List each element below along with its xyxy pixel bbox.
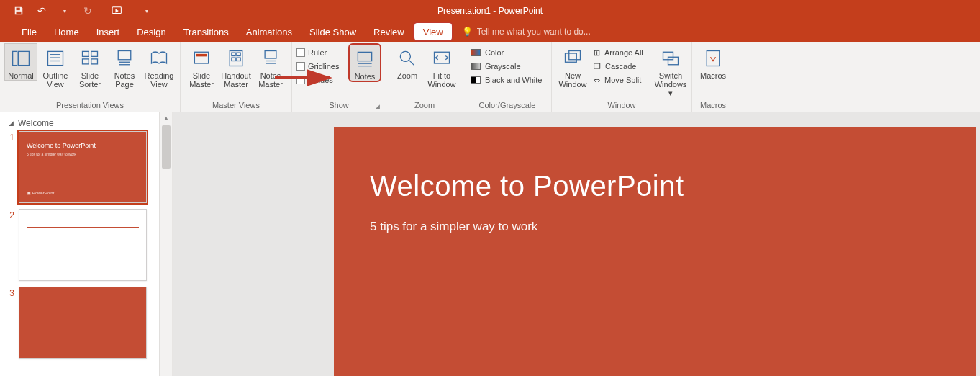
new-window-button[interactable]: New Window (556, 43, 589, 89)
notes-page-button[interactable]: Notes Page (108, 43, 141, 89)
new-window-label: New Window (557, 71, 589, 89)
thumb-subtitle: 5 tips for a simpler way to work (27, 152, 139, 156)
arrange-all-label: Arrange All (604, 48, 643, 57)
slide-master-button[interactable]: Slide Master (185, 43, 218, 89)
tab-insert[interactable]: Insert (88, 22, 129, 42)
section-collapse-icon: ◢ (9, 120, 14, 127)
ribbon-tabs: File Home Insert Design Transitions Anim… (0, 22, 980, 42)
svg-rect-13 (118, 51, 131, 60)
notes-master-label: Notes Master (255, 71, 286, 89)
current-slide[interactable]: Welcome to PowerPoint 5 tips for a simpl… (334, 127, 976, 376)
guides-checkbox[interactable]: Guides (296, 73, 347, 86)
tell-me-search[interactable]: 💡 Tell me what you want to do... (453, 22, 591, 42)
cascade-button[interactable]: ❐Cascade (591, 60, 653, 73)
macros-icon (702, 47, 725, 70)
undo-icon[interactable]: ↶ (33, 2, 50, 19)
workspace: ◢ Welcome 1 Welcome to PowerPoint 5 tips… (0, 112, 980, 376)
color-label: Color (485, 48, 504, 57)
group-show: Ruler Gridlines Guides Notes Show ◢ (292, 42, 386, 112)
slide-thumbnail-3[interactable] (19, 287, 147, 359)
switch-windows-button[interactable]: Switch Windows ▾ (654, 43, 687, 98)
tab-animations[interactable]: Animations (237, 22, 301, 42)
slide-number: 2 (6, 209, 14, 281)
outline-view-label: Outline View (40, 71, 71, 89)
group-color-grayscale: Color Grayscale Black and White Color/Gr… (463, 42, 552, 112)
grayscale-button[interactable]: Grayscale (468, 60, 547, 73)
color-button[interactable]: Color (468, 46, 547, 59)
redo-icon[interactable]: ↻ (79, 2, 96, 19)
group-label-presentation-views: Presentation Views (4, 99, 176, 112)
tab-file[interactable]: File (13, 22, 45, 42)
quick-access-toolbar: ↶ ▾ ↻ ▾ (0, 2, 155, 19)
section-name: Welcome (18, 118, 54, 128)
slide-thumbnail-2[interactable] (19, 209, 147, 281)
group-label-zoom: Zoom (391, 99, 458, 112)
group-label-window: Window (556, 99, 687, 112)
tab-review[interactable]: Review (365, 22, 413, 42)
thumbnail-scrollbar[interactable]: ▲ (160, 112, 173, 376)
reading-view-button[interactable]: Reading View (142, 43, 176, 89)
svg-rect-23 (265, 51, 276, 59)
svg-rect-16 (194, 52, 208, 63)
dialog-launcher-icon[interactable]: ◢ (375, 103, 380, 110)
qat-dropdown-icon[interactable]: ▾ (56, 2, 73, 19)
svg-rect-9 (83, 51, 89, 56)
handout-master-button[interactable]: Handout Master (219, 43, 253, 89)
start-from-beginning-icon[interactable] (109, 2, 127, 19)
bw-label: Black and White (485, 76, 542, 84)
tell-me-placeholder: Tell me what you want to do... (477, 27, 591, 37)
fit-to-window-icon (430, 47, 453, 70)
svg-rect-5 (48, 51, 63, 65)
zoom-label: Zoom (397, 71, 417, 80)
slide-subtitle[interactable]: 5 tips for a simpler way to work (370, 220, 940, 234)
fit-to-window-button[interactable]: Fit to Window (425, 43, 458, 89)
notes-master-button[interactable]: Notes Master (254, 43, 287, 89)
group-label-macros: Macros (697, 99, 730, 112)
normal-view-label: Normal (8, 71, 33, 80)
scroll-up-icon[interactable]: ▲ (160, 112, 172, 124)
macros-button[interactable]: Macros (697, 43, 730, 81)
slide-thumbnail-1[interactable]: Welcome to PowerPoint 5 tips for a simpl… (19, 131, 147, 203)
move-split-button[interactable]: ⇔Move Split (591, 73, 653, 86)
svg-rect-20 (237, 53, 240, 55)
slide-thumbnail-panel: ◢ Welcome 1 Welcome to PowerPoint 5 tips… (0, 112, 160, 376)
new-window-icon (561, 47, 584, 70)
svg-rect-26 (358, 52, 371, 61)
notes-page-label: Notes Page (109, 71, 140, 89)
outline-view-button[interactable]: Outline View (39, 43, 72, 89)
svg-rect-19 (232, 53, 235, 55)
tab-slideshow[interactable]: Slide Show (301, 22, 365, 42)
ruler-checkbox[interactable]: Ruler (296, 46, 347, 59)
slide-sorter-label: Slide Sorter (74, 71, 106, 89)
tab-home[interactable]: Home (45, 22, 88, 42)
move-split-label: Move Split (604, 76, 641, 84)
arrange-all-icon: ⊞ (594, 48, 600, 58)
reading-view-label: Reading View (143, 71, 175, 89)
slide-master-icon (190, 47, 213, 70)
customize-qat-icon[interactable]: ▾ (138, 2, 155, 19)
slide-title[interactable]: Welcome to PowerPoint (370, 170, 940, 202)
section-header[interactable]: ◢ Welcome (6, 114, 153, 131)
group-master-views: Slide Master Handout Master Notes Master… (181, 42, 292, 112)
slide-editor[interactable]: Welcome to PowerPoint 5 tips for a simpl… (173, 112, 980, 376)
tab-design[interactable]: Design (128, 22, 174, 42)
checkbox-icon (296, 76, 305, 84)
fit-to-window-label: Fit to Window (426, 71, 458, 89)
zoom-button[interactable]: Zoom (391, 43, 424, 81)
group-label-master-views: Master Views (185, 99, 287, 112)
notes-button[interactable]: Notes (348, 43, 381, 82)
tab-view[interactable]: View (413, 22, 453, 42)
black-white-button[interactable]: Black and White (468, 73, 547, 86)
save-icon[interactable] (10, 2, 27, 19)
svg-rect-4 (19, 51, 30, 65)
normal-view-button[interactable]: Normal (4, 43, 37, 81)
title-bar: ↶ ▾ ↻ ▾ Presentation1 - PowerPoint (0, 0, 980, 22)
svg-rect-31 (435, 52, 450, 63)
slide-sorter-icon (78, 47, 101, 70)
tab-transitions[interactable]: Transitions (175, 22, 237, 42)
arrange-all-button[interactable]: ⊞Arrange All (591, 46, 653, 59)
scrollbar-thumb[interactable] (162, 125, 171, 169)
gridlines-checkbox[interactable]: Gridlines (296, 60, 347, 73)
slide-master-label: Slide Master (186, 71, 217, 89)
slide-sorter-button[interactable]: Slide Sorter (73, 43, 106, 89)
